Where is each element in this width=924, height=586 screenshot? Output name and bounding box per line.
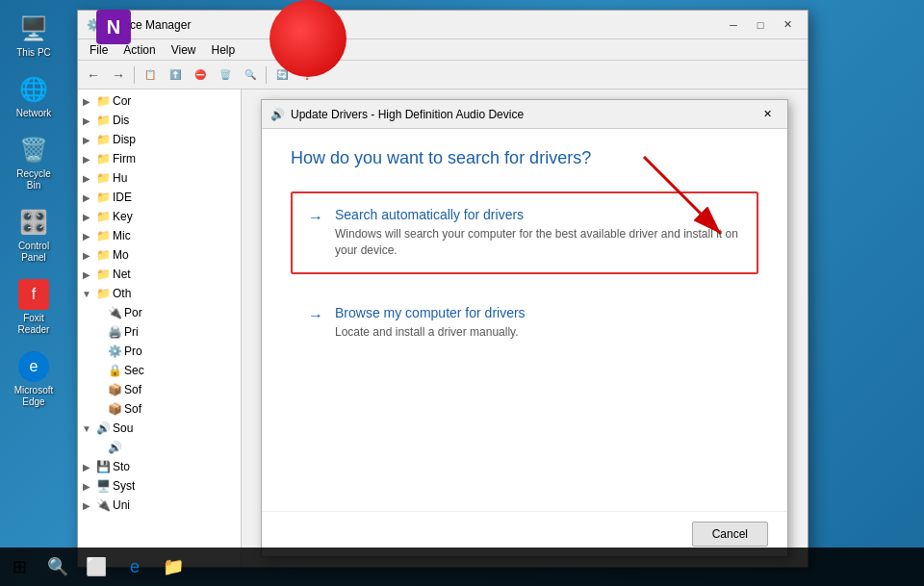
dialog-close-button[interactable]: ✕: [755, 105, 780, 124]
control-panel-label: Control Panel: [9, 241, 59, 264]
tree-expand-cor: ▶: [80, 94, 93, 108]
recycle-bin-label: Recycle Bin: [9, 168, 59, 191]
tree-expand-net: ▶: [80, 268, 93, 281]
option-browse-title: Browse my computer for drivers: [335, 305, 526, 320]
tree-expand-mo: ▶: [80, 248, 93, 262]
desktop-sidebar: 🖥️ This PC 🌐 Network 🗑️ Recycle Bin 🎛️ C…: [0, 0, 67, 548]
desktop-icon-foxit-reader[interactable]: f Foxit Reader: [5, 275, 63, 340]
tree-item-sof1[interactable]: 📦 Sof: [78, 380, 241, 399]
tree-icon-sou-sub: 🔊: [107, 440, 122, 455]
device-tree: ▶ 📁 Cor ▶ 📁 Dis ▶ 📁 Disp ▶ 📁 Fir: [78, 89, 242, 567]
tree-item-net[interactable]: ▶ 📁 Net: [78, 265, 241, 284]
microsoft-edge-icon: e: [18, 351, 49, 382]
tree-label-sof1: Sof: [124, 383, 141, 396]
tree-label-hu: Hu: [113, 171, 127, 185]
tree-label-mo: Mo: [113, 248, 129, 262]
tree-item-uni[interactable]: ▶ 🔌 Uni: [78, 496, 241, 515]
device-manager-title: Device Manager: [107, 18, 721, 32]
tree-label-sec: Sec: [124, 364, 144, 377]
device-manager-menubar: File Action View Help: [78, 39, 808, 61]
tree-label-por: Por: [124, 306, 142, 319]
onenote-icon[interactable]: N: [96, 10, 131, 44]
tree-item-cor[interactable]: ▶ 📁 Cor: [78, 91, 241, 111]
dialog-content: How do you want to search for drivers? →…: [262, 129, 787, 511]
decoration-circle: [270, 0, 346, 77]
network-icon: 🌐: [18, 74, 49, 105]
tree-expand-sou: ▼: [80, 421, 93, 435]
tree-item-ide[interactable]: ▶ 📁 IDE: [78, 188, 241, 207]
tree-item-oth[interactable]: ▼ 📁 Oth: [78, 284, 241, 303]
tree-label-ide: IDE: [113, 191, 132, 204]
toolbar-scan[interactable]: 🔍: [239, 64, 262, 86]
tree-icon-cor: 📁: [95, 93, 111, 109]
tree-item-mic[interactable]: ▶ 📁 Mic: [78, 226, 241, 245]
taskbar-search[interactable]: 🔍: [38, 548, 77, 586]
tree-icon-uni: 🔌: [95, 497, 111, 513]
toolbar-back[interactable]: ←: [82, 64, 105, 86]
option-auto-search[interactable]: → Search automatically for drivers Windo…: [291, 191, 758, 274]
taskbar-explorer[interactable]: 📁: [154, 548, 192, 586]
tree-expand-sof2: [91, 402, 105, 416]
tree-expand-ide: ▶: [80, 191, 93, 204]
menu-view[interactable]: View: [164, 41, 204, 59]
desktop-icon-recycle-bin[interactable]: 🗑️ Recycle Bin: [5, 131, 63, 195]
tree-icon-key: 📁: [95, 209, 111, 224]
menu-help[interactable]: Help: [204, 41, 244, 59]
toolbar-update-driver[interactable]: ⬆️: [164, 64, 187, 86]
window-controls: ─ □ ✕: [721, 15, 800, 35]
tree-label-sto: Sto: [113, 460, 130, 473]
taskbar-start[interactable]: ⊞: [0, 548, 38, 586]
desktop-icon-network[interactable]: 🌐 Network: [5, 70, 63, 123]
tree-expand-uni: ▶: [80, 498, 93, 512]
option-auto-search-texts: Search automatically for drivers Windows…: [335, 207, 741, 259]
desktop-icon-this-pc[interactable]: 🖥️ This PC: [5, 10, 63, 63]
tree-icon-pro: ⚙️: [107, 344, 122, 359]
tree-item-por[interactable]: 🔌 Por: [78, 303, 241, 322]
tree-item-dis[interactable]: ▶ 📁 Dis: [78, 111, 241, 130]
tree-icon-mo: 📁: [95, 247, 111, 263]
maximize-button[interactable]: □: [748, 15, 773, 35]
device-manager-main: ▶ 📁 Cor ▶ 📁 Dis ▶ 📁 Disp ▶ 📁 Fir: [78, 89, 808, 567]
tree-item-sou-sub[interactable]: 🔊: [78, 438, 241, 457]
minimize-button[interactable]: ─: [721, 15, 746, 35]
tree-item-syst[interactable]: ▶ 🖥️ Syst: [78, 476, 241, 496]
taskbar-edge[interactable]: e: [116, 548, 154, 586]
device-manager-window: ⚙️ Device Manager ─ □ ✕ File Action View…: [77, 10, 808, 568]
tree-item-mo[interactable]: ▶ 📁 Mo: [78, 245, 241, 265]
tree-item-disp[interactable]: ▶ 📁 Disp: [78, 130, 241, 149]
tree-icon-dis: 📁: [95, 113, 111, 128]
tree-item-sec[interactable]: 🔒 Sec: [78, 361, 241, 380]
tree-item-hu[interactable]: ▶ 📁 Hu: [78, 168, 241, 188]
option-browse-computer[interactable]: → Browse my computer for drivers Locate …: [291, 290, 758, 356]
tree-icon-sof1: 📦: [107, 382, 122, 397]
toolbar-uninstall[interactable]: 🗑️: [214, 64, 237, 86]
tree-item-pro[interactable]: ⚙️ Pro: [78, 342, 241, 361]
toolbar-disable[interactable]: ⛔: [189, 64, 212, 86]
toolbar-properties[interactable]: 📋: [139, 64, 162, 86]
tree-icon-por: 🔌: [107, 305, 122, 320]
toolbar-forward[interactable]: →: [107, 64, 130, 86]
tree-icon-ide: 📁: [95, 190, 111, 205]
option-auto-search-arrow: →: [308, 209, 323, 226]
tree-item-sof2[interactable]: 📦 Sof: [78, 399, 241, 419]
tree-icon-pri: 🖨️: [107, 324, 122, 340]
close-button[interactable]: ✕: [775, 15, 800, 35]
tree-label-disp: Disp: [113, 133, 136, 146]
control-panel-icon: 🎛️: [18, 207, 49, 238]
tree-item-key[interactable]: ▶ 📁 Key: [78, 207, 241, 226]
option-auto-search-title: Search automatically for drivers: [335, 207, 741, 222]
desktop-icon-microsoft-edge[interactable]: e Microsoft Edge: [5, 347, 63, 412]
tree-label-key: Key: [113, 210, 133, 223]
tree-label-syst: Syst: [113, 479, 135, 493]
tree-expand-sec: [91, 364, 105, 377]
desktop-icon-control-panel[interactable]: 🎛️ Control Panel: [5, 203, 63, 268]
foxit-reader-label: Foxit Reader: [9, 313, 59, 336]
tree-expand-oth: ▼: [80, 287, 93, 300]
tree-item-firm[interactable]: ▶ 📁 Firm: [78, 149, 241, 168]
tree-item-pri[interactable]: 🖨️ Pri: [78, 322, 241, 342]
cancel-button[interactable]: Cancel: [692, 522, 768, 547]
taskbar-task-view[interactable]: ⬜: [77, 548, 116, 586]
tree-item-sou[interactable]: ▼ 🔊 Sou: [78, 419, 241, 438]
tree-item-sto[interactable]: ▶ 💾 Sto: [78, 457, 241, 476]
tree-icon-sof2: 📦: [107, 401, 122, 417]
